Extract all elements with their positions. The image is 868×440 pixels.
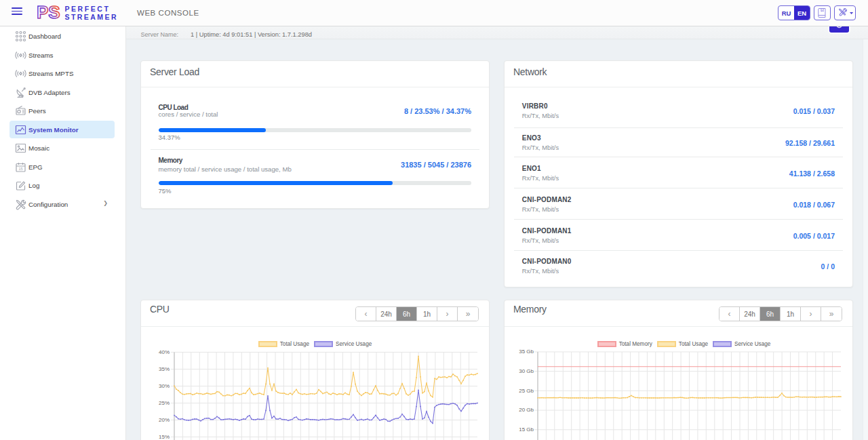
svg-text:30 Gb: 30 Gb [519,368,534,374]
svg-text:25%: 25% [159,400,170,406]
svg-text:PERFECT: PERFECT [65,5,111,13]
svg-text:STREAMER: STREAMER [65,13,119,20]
svg-text:20%: 20% [159,417,170,423]
svg-text:15 Gb: 15 Gb [519,426,534,433]
svg-text:P: P [37,2,48,20]
svg-text:30%: 30% [159,383,170,389]
svg-text:35 Gb: 35 Gb [519,348,534,355]
svg-text:20 Gb: 20 Gb [519,407,534,413]
svg-text:40%: 40% [159,349,170,355]
svg-text:35%: 35% [159,366,170,372]
svg-text:S: S [48,2,60,20]
svg-text:25 Gb: 25 Gb [519,388,534,394]
svg-text:15: 15 [18,167,22,171]
svg-text:15%: 15% [159,434,170,440]
